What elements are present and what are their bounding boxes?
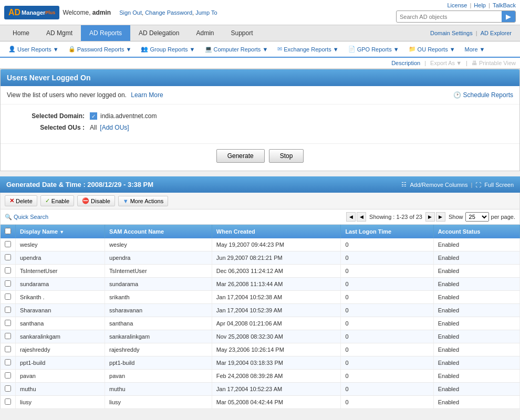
tab-password-reports[interactable]: 🔒 Password Reports ▼ — [64, 44, 136, 54]
row-checkbox[interactable] — [5, 333, 11, 339]
when-created-header[interactable]: When Created — [212, 225, 341, 238]
row-checkbox[interactable] — [5, 241, 11, 247]
logo: AD Manager Plus — [4, 6, 59, 19]
tab-group-reports[interactable]: 👥 Group Reports ▼ — [137, 44, 199, 54]
user-reports-arrow: ▼ — [53, 46, 59, 52]
row-checkbox[interactable] — [5, 385, 11, 392]
jump-to-link[interactable]: Jump To — [195, 9, 217, 16]
row-checkbox-cell — [1, 356, 16, 370]
row-checkbox[interactable] — [5, 398, 11, 405]
ad-explorer-link[interactable]: AD Explorer — [481, 30, 512, 36]
first-page-button[interactable]: ◀ — [346, 212, 356, 222]
full-screen-icon: ⛶ — [475, 182, 481, 188]
row-display-name: rajeshreddy — [16, 343, 105, 356]
stop-button[interactable]: Stop — [269, 149, 304, 163]
tab-support[interactable]: Support — [222, 25, 261, 41]
row-account-status: Enabled — [433, 383, 519, 396]
row-checkbox[interactable] — [5, 372, 11, 379]
export-as-link[interactable]: Export As ▼ — [430, 60, 462, 66]
ou-reports-icon: 📁 — [409, 46, 416, 52]
prev-page-button[interactable]: ◀ — [357, 212, 366, 222]
display-name-label: Display Name — [20, 228, 58, 235]
tab-ad-delegation[interactable]: AD Delegation — [130, 25, 188, 41]
enable-button[interactable]: ✓ Enable — [40, 195, 74, 206]
tab-user-reports[interactable]: 👤 User Reports ▼ — [4, 44, 63, 54]
more-actions-button[interactable]: ▼ More Actions — [118, 196, 168, 206]
change-password-link[interactable]: Change Password — [145, 9, 192, 16]
add-ous-link[interactable]: [Add OUs] — [100, 124, 129, 131]
disable-label: Disable — [91, 198, 110, 204]
tab-gpo-reports[interactable]: 📄 GPO Reports ▼ — [344, 44, 403, 54]
tab-admin[interactable]: Admin — [188, 25, 222, 41]
search-input[interactable] — [397, 12, 502, 22]
display-name-header[interactable]: Display Name ▼ — [16, 225, 105, 238]
table-row: sundarama sundarama Mar 26,2008 11:13:44… — [1, 278, 520, 291]
schedule-reports-label: Schedule Reports — [463, 91, 513, 99]
row-account-status: Enabled — [433, 370, 519, 383]
row-last-logon: 0 — [341, 356, 433, 370]
table-row: TsInternetUser TsInternetUser Dec 06,200… — [1, 265, 520, 278]
logo-ad: AD — [8, 8, 20, 17]
row-display-name: santhana — [16, 317, 105, 330]
talkback-link[interactable]: TalkBack — [493, 2, 516, 8]
printable-view-link[interactable]: 🖶 Printable View — [472, 60, 516, 66]
row-checkbox[interactable] — [5, 280, 11, 287]
top-links: License | Help | TalkBack — [447, 2, 516, 8]
table-row: Sharavanan ssharavanan Jan 17,2004 10:52… — [1, 304, 520, 317]
domain-settings-link[interactable]: Domain Settings — [430, 30, 473, 36]
tab-ad-mgmt[interactable]: AD Mgmt — [38, 25, 81, 41]
select-all-checkbox[interactable] — [5, 228, 11, 234]
row-checkbox[interactable] — [5, 293, 11, 300]
tab-computer-reports[interactable]: 💻 Computer Reports ▼ — [201, 44, 273, 54]
sign-out-link[interactable]: Sign Out — [119, 9, 142, 16]
selected-ous-row: Selected OUs : All [Add OUs] — [11, 124, 509, 131]
row-checkbox[interactable] — [5, 307, 11, 313]
account-status-header[interactable]: Account Status — [433, 225, 519, 238]
row-checkbox[interactable] — [5, 267, 11, 274]
row-account-status: Enabled — [433, 396, 519, 409]
last-page-button[interactable]: ▶ — [436, 212, 445, 222]
last-logon-header[interactable]: Last Logon Time — [341, 225, 433, 238]
row-sam: wesley — [105, 238, 212, 251]
row-sam: ssharavanan — [105, 304, 212, 317]
description-link[interactable]: Description — [391, 60, 420, 66]
next-page-button[interactable]: ▶ — [425, 212, 435, 222]
learn-more-link[interactable]: Learn More — [131, 91, 163, 99]
tab-more[interactable]: More ▼ — [461, 45, 490, 54]
per-page-select[interactable]: 25 50 100 — [465, 212, 489, 222]
content-actions: Description | Export As ▼ | 🖶 Printable … — [0, 58, 520, 69]
help-link[interactable]: Help — [474, 2, 486, 8]
per-page-label: per page. — [491, 214, 515, 220]
disable-button[interactable]: ⛔ Disable — [77, 195, 115, 206]
checkbox-checked-icon: ✓ — [90, 112, 97, 120]
navbar: Home AD Mgmt AD Reports AD Delegation Ad… — [0, 25, 520, 41]
row-checkbox-cell — [1, 251, 16, 265]
sam-account-header[interactable]: SAM Account Name — [105, 225, 212, 238]
row-checkbox[interactable] — [5, 254, 11, 260]
welcome-text: Welcome, admin — [63, 9, 111, 16]
row-checkbox[interactable] — [5, 320, 11, 326]
schedule-reports-link[interactable]: 🕑 Schedule Reports — [453, 91, 513, 99]
tab-exchange-reports[interactable]: ✉ Exchange Reports ▼ — [273, 44, 342, 54]
tab-ad-reports[interactable]: AD Reports — [81, 25, 130, 41]
quick-search-link[interactable]: 🔍 Quick Search — [5, 214, 48, 220]
full-screen-link[interactable]: Full Screen — [484, 182, 514, 188]
row-sam: santhana — [105, 317, 212, 330]
row-last-logon: 0 — [341, 370, 433, 383]
row-when-created: Mar 19,2004 03:18:33 PM — [212, 356, 341, 370]
search-button[interactable]: ▶ — [502, 11, 515, 22]
tab-home[interactable]: Home — [4, 25, 38, 41]
delete-button[interactable]: ✕ Delete — [5, 195, 37, 206]
row-checkbox[interactable] — [5, 346, 11, 352]
enable-label: Enable — [51, 198, 69, 204]
license-link[interactable]: License — [447, 2, 467, 8]
generate-button[interactable]: Generate — [216, 149, 265, 163]
row-when-created: May 19,2007 09:44:23 PM — [212, 238, 341, 251]
per-page-area: Show 25 50 100 per page. — [449, 212, 515, 222]
add-remove-columns-link[interactable]: Add/Remove Columns — [410, 182, 467, 188]
row-sam: liusy — [105, 396, 212, 409]
row-last-logon: 0 — [341, 396, 433, 409]
tab-ou-reports[interactable]: 📁 OU Reports ▼ — [404, 44, 460, 54]
user-reports-label: User Reports — [17, 46, 51, 52]
row-checkbox[interactable] — [5, 359, 11, 365]
